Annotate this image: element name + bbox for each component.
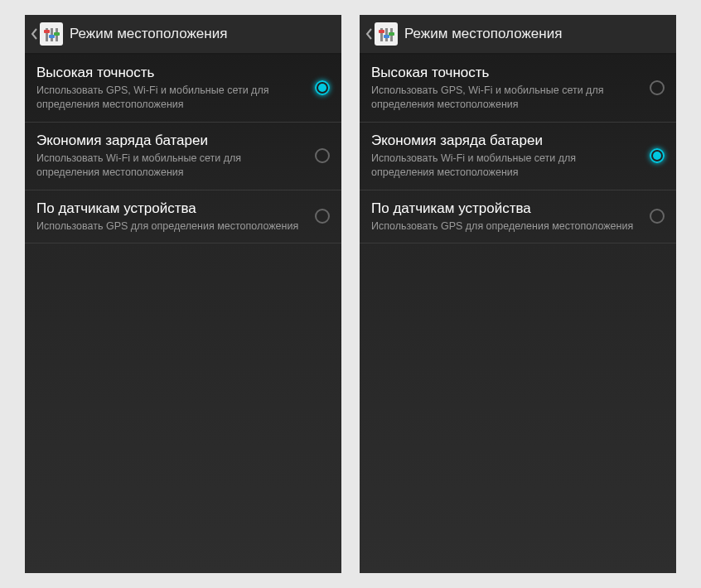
option-desc: Использовать GPS для определения местопо…	[36, 219, 305, 234]
options-list: Высокая точность Использовать GPS, Wi-Fi…	[25, 55, 341, 243]
option-high-accuracy[interactable]: Высокая точность Использовать GPS, Wi-Fi…	[360, 55, 676, 123]
screen-right: Режим местоположения Высокая точность Ис…	[360, 15, 676, 573]
radio-icon[interactable]	[315, 209, 330, 224]
page-title: Режим местоположения	[70, 26, 227, 42]
option-desc: Использовать GPS для определения местопо…	[371, 219, 640, 234]
radio-icon[interactable]	[650, 209, 665, 224]
back-icon[interactable]	[30, 27, 38, 41]
option-title: По датчикам устройства	[371, 200, 640, 217]
option-desc: Использовать Wi-Fi и мобильные сети для …	[36, 152, 305, 180]
app-icon[interactable]	[375, 22, 398, 46]
radio-icon[interactable]	[650, 148, 665, 163]
option-desc: Использовать Wi-Fi и мобильные сети для …	[371, 152, 640, 180]
option-title: Экономия заряда батареи	[36, 133, 305, 149]
option-device-only[interactable]: По датчикам устройства Использовать GPS …	[360, 190, 676, 244]
options-list: Высокая точность Использовать GPS, Wi-Fi…	[360, 55, 676, 243]
option-high-accuracy[interactable]: Высокая точность Использовать GPS, Wi-Fi…	[25, 55, 341, 123]
radio-icon[interactable]	[315, 148, 330, 163]
option-title: Экономия заряда батареи	[371, 133, 640, 149]
header: Режим местоположения	[360, 15, 676, 55]
option-desc: Использовать GPS, Wi-Fi и мобильные сети…	[36, 84, 305, 112]
option-title: Высокая точность	[371, 65, 640, 81]
page-title: Режим местоположения	[404, 26, 562, 42]
radio-icon[interactable]	[315, 80, 330, 95]
option-title: Высокая точность	[36, 65, 305, 81]
option-title: По датчикам устройства	[36, 200, 305, 217]
option-device-only[interactable]: По датчикам устройства Использовать GPS …	[25, 190, 341, 244]
app-icon[interactable]	[40, 22, 63, 46]
header: Режим местоположения	[25, 15, 341, 55]
radio-icon[interactable]	[650, 80, 665, 95]
screen-left: Режим местоположения Высокая точность Ис…	[25, 15, 341, 573]
option-battery-saving[interactable]: Экономия заряда батареи Использовать Wi-…	[360, 123, 676, 190]
back-icon[interactable]	[365, 27, 373, 41]
option-desc: Использовать GPS, Wi-Fi и мобильные сети…	[371, 84, 640, 112]
option-battery-saving[interactable]: Экономия заряда батареи Использовать Wi-…	[25, 123, 341, 190]
